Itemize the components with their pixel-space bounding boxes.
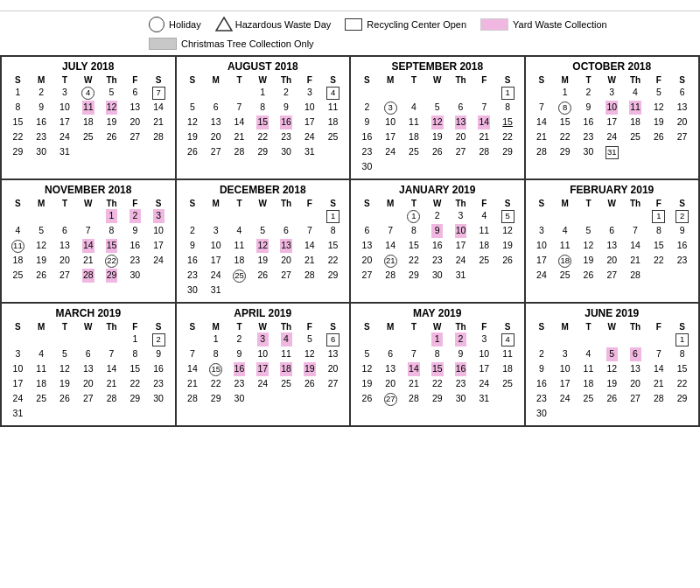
- day-number: 19: [257, 254, 269, 268]
- day-number: 14: [536, 116, 547, 130]
- day-number: 10: [479, 347, 490, 361]
- day-number: 10: [59, 101, 70, 115]
- day-number: 5: [361, 347, 373, 361]
- day-cell: 10: [6, 362, 30, 376]
- day-number: 1: [676, 333, 689, 346]
- day-empty: [624, 209, 648, 223]
- day-number: 12: [431, 116, 444, 130]
- dow-header: W: [251, 322, 275, 332]
- day-number: 28: [153, 130, 164, 144]
- month-cell-february-2019: FEBRUARY 2019SMTWThFS1234567891011121314…: [526, 180, 701, 304]
- day-cell: 21: [298, 254, 321, 268]
- day-empty: [76, 332, 100, 346]
- day-cell: 18: [553, 254, 577, 268]
- day-cell: 3: [6, 347, 30, 361]
- day-number: 15: [676, 362, 688, 376]
- month-title: DECEMBER 2018: [181, 184, 346, 196]
- day-cell: 28: [472, 145, 496, 159]
- day-number: 17: [455, 239, 466, 253]
- day-empty: [275, 209, 298, 223]
- day-empty: [577, 332, 600, 346]
- day-number: 23: [186, 269, 198, 283]
- day-number: 13: [676, 101, 688, 115]
- day-number: 9: [361, 116, 373, 130]
- yard-label: Yard Waste Collection: [513, 19, 607, 30]
- day-cell: 26: [425, 145, 449, 159]
- day-number: 21: [536, 130, 547, 144]
- day-cell: 13: [204, 116, 228, 130]
- day-number: 27: [361, 269, 373, 283]
- day-number: 22: [653, 254, 664, 268]
- day-cell: 19: [181, 130, 205, 144]
- day-cell: 15: [402, 239, 426, 253]
- day-cell: 6: [624, 347, 648, 361]
- day-cell: 14: [624, 239, 648, 253]
- calendar-grid: JULY 2018SMTWThFS12345678910111213141516…: [0, 55, 700, 427]
- top-banner: [0, 0, 700, 11]
- day-cell: 30: [275, 145, 298, 159]
- day-number: 4: [583, 347, 594, 361]
- day-number: 10: [536, 239, 547, 253]
- day-number: 13: [130, 101, 141, 115]
- day-cell: 14: [100, 362, 123, 376]
- day-number: 21: [153, 116, 164, 130]
- day-number: 4: [281, 332, 292, 346]
- day-cell: 1: [647, 209, 670, 223]
- day-number: 10: [304, 101, 315, 115]
- day-cell: 24: [251, 377, 275, 391]
- day-grid: 1234567891011121314151617181920212223242…: [530, 86, 695, 159]
- day-cell: 9: [123, 224, 147, 238]
- day-empty: [449, 86, 472, 100]
- day-number: 23: [153, 377, 164, 391]
- day-number: 6: [82, 347, 94, 361]
- day-number: 17: [12, 377, 24, 391]
- day-cell: 5: [53, 347, 77, 361]
- day-number: 30: [153, 392, 164, 406]
- day-cell: 4: [472, 209, 496, 223]
- day-cell: 1: [6, 86, 30, 100]
- day-cell: 24: [147, 254, 171, 268]
- day-cell: 20: [624, 377, 648, 391]
- day-cell: 7: [647, 347, 670, 361]
- day-number: 31: [59, 145, 70, 159]
- day-cell: 8: [647, 224, 670, 238]
- day-number: 26: [186, 145, 198, 159]
- day-empty: [228, 86, 251, 100]
- day-cell: 14: [181, 362, 205, 376]
- day-number: 26: [257, 269, 269, 283]
- day-cell: 25: [76, 130, 100, 144]
- day-number: 5: [186, 101, 198, 115]
- day-cell: 30: [123, 269, 147, 283]
- day-cell: 6: [379, 347, 402, 361]
- day-cell: 29: [670, 392, 694, 406]
- day-number: 13: [210, 116, 221, 130]
- day-number: 25: [36, 392, 47, 406]
- day-empty: [355, 209, 379, 223]
- day-number: 6: [606, 224, 618, 238]
- dow-header: S: [530, 75, 554, 85]
- day-cell: 21: [228, 130, 251, 144]
- day-cell: 7: [181, 347, 205, 361]
- day-number: 7: [408, 347, 419, 361]
- day-cell: 26: [496, 254, 520, 268]
- day-number: 3: [153, 209, 164, 223]
- day-number: 29: [12, 145, 24, 159]
- dow-header: F: [298, 322, 321, 332]
- day-number: 23: [281, 130, 292, 144]
- day-number: 10: [153, 224, 164, 238]
- day-cell: 27: [76, 392, 100, 406]
- dow-header: Th: [624, 75, 648, 85]
- month-title: JUNE 2019: [530, 307, 695, 319]
- day-cell: 15: [321, 239, 345, 253]
- day-number: 6: [676, 86, 688, 100]
- day-number: 2: [234, 332, 245, 346]
- day-grid: 1234567891011121314151617181920212223242…: [6, 86, 171, 159]
- day-number: 2: [431, 209, 443, 223]
- day-cell: 28: [100, 392, 123, 406]
- day-number: 26: [583, 269, 594, 283]
- day-number: 12: [59, 362, 70, 376]
- day-number: 21: [82, 254, 94, 268]
- month-title: SEPTEMBER 2018: [355, 60, 520, 73]
- legend-item-christmas: Christmas Tree Collection Only: [149, 38, 314, 50]
- day-cell: 19: [298, 362, 321, 376]
